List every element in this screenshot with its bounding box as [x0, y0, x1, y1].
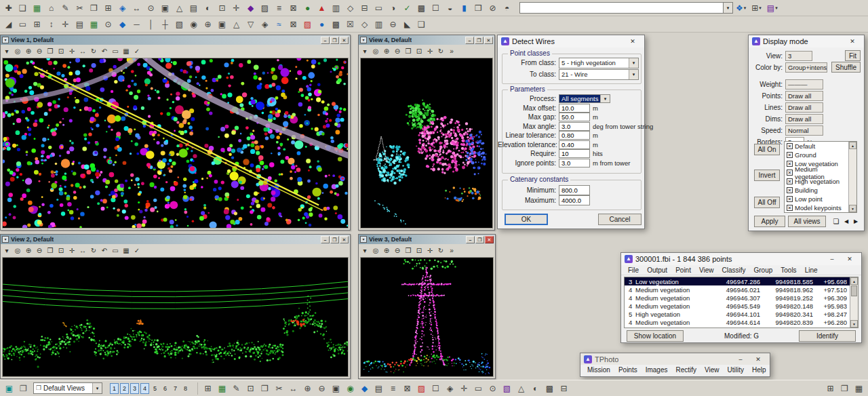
view1-titlebar[interactable]: ▾ View 1, Default – ❒ ✕	[1, 35, 350, 45]
menu-item-rectify[interactable]: Rectify	[672, 366, 701, 374]
maximize-icon[interactable]: ❒	[475, 37, 484, 44]
toolbar-icon[interactable]: ▣	[215, 18, 229, 31]
view4-titlebar[interactable]: ▾ View 4, Default – ❒ ✕	[359, 35, 494, 45]
menu-item-line[interactable]: Line	[801, 266, 822, 274]
toolbar-icon[interactable]: ⊟	[557, 382, 571, 395]
toolbar-dropdown-button[interactable]: ❖▾	[733, 1, 749, 15]
option-field[interactable]: 3	[785, 51, 812, 61]
menu-item-file[interactable]: File	[624, 266, 643, 274]
view-tool-icon[interactable]: ↶	[99, 45, 110, 56]
view-tool-icon[interactable]: »	[446, 45, 457, 56]
toolbar-icon[interactable]: ≡	[272, 1, 286, 15]
close-icon[interactable]: ✕	[625, 36, 641, 47]
checkbox-checked-icon[interactable]: ✕	[787, 152, 793, 158]
toolbar-icon[interactable]: ●	[315, 18, 329, 31]
show-location-button[interactable]: Show location	[627, 330, 684, 342]
toolbar-icon[interactable]: ▣	[329, 382, 343, 395]
view-tool-icon[interactable]: ◎	[370, 245, 381, 256]
toolbar-icon[interactable]: ◈	[258, 18, 272, 31]
previous-icon[interactable]: ◀	[842, 216, 850, 226]
view-tool-icon[interactable]: ◎	[12, 245, 23, 256]
toolbar-icon[interactable]: ◇	[343, 1, 357, 15]
view-toggle-8[interactable]: 8	[181, 383, 190, 394]
toolbar-icon[interactable]: ▲	[315, 1, 329, 15]
toolbar-icon[interactable]: ⊕	[300, 382, 315, 395]
class-row[interactable]: ✕Low point	[785, 195, 848, 203]
toolbar-icon[interactable]: ⊞	[823, 382, 837, 395]
toolbar-icon[interactable]: ▩	[329, 18, 343, 31]
view-tool-icon[interactable]: ◎	[370, 45, 381, 56]
checkbox-checked-icon[interactable]: ✕	[787, 170, 793, 176]
close-icon[interactable]: ✕	[842, 254, 858, 264]
menu-item-group[interactable]: Group	[749, 266, 776, 274]
toolbar-icon[interactable]: ✛	[58, 18, 73, 31]
toolbar-icon[interactable]: ▭	[372, 1, 386, 15]
chevron-down-icon[interactable]: ▾	[629, 70, 638, 79]
chevron-down-icon[interactable]: ▾	[600, 95, 610, 102]
button-fit[interactable]: Fit	[845, 50, 861, 61]
dialog-titlebar[interactable]: ▲ Detect Wires ✕	[498, 35, 644, 47]
maximize-icon[interactable]: ❒	[330, 236, 339, 243]
menu-item-view[interactable]: View	[695, 266, 718, 274]
view-tool-icon[interactable]: ✓	[132, 45, 142, 56]
toolbar-icon[interactable]: ☐	[429, 1, 443, 15]
menu-item-tools[interactable]: Tools	[776, 266, 800, 274]
toolbar-icon[interactable]: ✎	[58, 1, 73, 15]
class-row[interactable]: ✕Model keypoints	[785, 203, 848, 212]
menu-item-view[interactable]: View	[701, 366, 724, 374]
menu-item-help[interactable]: Help	[748, 366, 770, 374]
next-icon[interactable]: ▶	[852, 216, 860, 226]
toolbar-icon[interactable]: ⊞	[30, 18, 44, 31]
view-tool-icon[interactable]: ↔	[77, 245, 88, 256]
window-titlebar[interactable]: ▲ TPhoto – ✕	[580, 353, 770, 365]
option-field[interactable]: Group+intensit	[785, 62, 827, 73]
menu-item-point[interactable]: Point	[671, 266, 695, 274]
view-tool-icon[interactable]: ◎	[12, 45, 23, 56]
scroll-up-icon[interactable]: ▲	[850, 277, 858, 285]
toolbar-icon[interactable]: ◆	[243, 1, 258, 15]
minimize-icon[interactable]: –	[321, 37, 330, 44]
parameter-input[interactable]	[559, 159, 590, 167]
view-toggle-1[interactable]: 1	[110, 383, 119, 394]
fit-window-icon[interactable]: ❏	[831, 216, 841, 226]
minimize-icon[interactable]: –	[732, 354, 749, 365]
toolbar-icon[interactable]: ●	[300, 1, 315, 15]
catenary-input[interactable]	[559, 195, 590, 205]
toolbar-icon[interactable]: ✚	[1, 1, 16, 15]
toolbar-icon[interactable]: ◈	[443, 382, 457, 395]
all-on-button[interactable]: All On	[754, 144, 780, 155]
class-row[interactable]: ✕Default	[785, 142, 848, 151]
toolbar-icon[interactable]: ▨	[414, 382, 429, 395]
toolbar-icon[interactable]: ✂	[73, 1, 87, 15]
toolbar-icon[interactable]: △	[514, 382, 528, 395]
close-icon[interactable]: ✕	[340, 236, 349, 243]
view-tool-icon[interactable]: ❐	[403, 245, 414, 256]
checkbox-checked-icon[interactable]: ✕	[787, 161, 793, 167]
view-tool-icon[interactable]: ↔	[77, 45, 88, 56]
view4-viewport[interactable]	[360, 58, 493, 229]
menu-item-classify[interactable]: Classify	[717, 266, 749, 274]
dialog-titlebar[interactable]: ▲ Display mode ✕	[749, 35, 864, 47]
chevron-down-icon[interactable]: ▾	[92, 383, 102, 393]
view-tool-icon[interactable]: ↻	[88, 45, 99, 56]
view-toggle-5[interactable]: 5	[151, 383, 159, 394]
toolbar-icon[interactable]: ◉	[186, 18, 201, 31]
view-tool-icon[interactable]: ✛	[425, 245, 435, 256]
class-list-scrollbar[interactable]: ▲ ▼	[848, 142, 856, 212]
view-toggle-2[interactable]: 2	[120, 383, 129, 394]
toolbar-icon[interactable]: ≈	[272, 18, 286, 31]
checkbox-checked-icon[interactable]: ✕	[787, 143, 793, 149]
view-tool-icon[interactable]: ↻	[435, 45, 446, 56]
view-tool-icon[interactable]: ⊖	[34, 45, 45, 56]
toolbar-icon[interactable]: ▣	[158, 1, 172, 15]
close-icon[interactable]: ✕	[340, 37, 349, 44]
parameter-input[interactable]	[559, 131, 590, 140]
menu-item-images[interactable]: Images	[642, 366, 672, 374]
cancel-button[interactable]: Cancel	[598, 214, 642, 225]
toolbar-icon[interactable]: ❐	[258, 382, 272, 395]
toolbar-icon[interactable]: ❐	[837, 382, 852, 395]
checkbox-checked-icon[interactable]: ✕	[787, 196, 793, 202]
view-tool-icon[interactable]: ❐	[45, 245, 56, 256]
view-tool-icon[interactable]: ▭	[110, 245, 121, 256]
toolbar-icon[interactable]: ┼	[158, 18, 172, 31]
